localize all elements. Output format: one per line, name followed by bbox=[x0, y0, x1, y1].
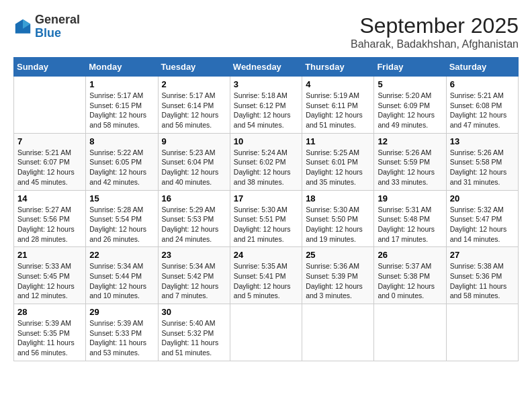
day-number: 28 bbox=[17, 307, 82, 317]
day-number: 29 bbox=[89, 307, 154, 317]
day-number: 4 bbox=[306, 79, 370, 89]
cell-content: Sunrise: 5:26 AM Sunset: 5:58 PM Dayligh… bbox=[450, 148, 515, 187]
calendar-cell: 2Sunrise: 5:17 AM Sunset: 6:14 PM Daylig… bbox=[158, 77, 230, 134]
day-number: 11 bbox=[306, 136, 370, 146]
day-number: 17 bbox=[234, 193, 298, 203]
cell-content: Sunrise: 5:34 AM Sunset: 5:42 PM Dayligh… bbox=[162, 261, 226, 301]
header-day-monday: Monday bbox=[86, 58, 158, 77]
logo-blue: Blue bbox=[35, 26, 61, 40]
calendar-cell: 29Sunrise: 5:39 AM Sunset: 5:33 PM Dayli… bbox=[86, 304, 158, 361]
day-number: 3 bbox=[234, 79, 298, 89]
month-year: September 2025 bbox=[351, 13, 519, 38]
cell-content: Sunrise: 5:35 AM Sunset: 5:41 PM Dayligh… bbox=[234, 261, 298, 301]
logo-icon bbox=[13, 17, 32, 36]
cell-content: Sunrise: 5:33 AM Sunset: 5:45 PM Dayligh… bbox=[17, 261, 82, 301]
calendar-cell: 28Sunrise: 5:39 AM Sunset: 5:35 PM Dayli… bbox=[14, 304, 86, 361]
header-day-tuesday: Tuesday bbox=[158, 58, 230, 77]
cell-content: Sunrise: 5:24 AM Sunset: 6:02 PM Dayligh… bbox=[234, 148, 298, 187]
calendar-cell: 14Sunrise: 5:27 AM Sunset: 5:56 PM Dayli… bbox=[14, 190, 86, 247]
calendar-cell: 23Sunrise: 5:34 AM Sunset: 5:42 PM Dayli… bbox=[158, 247, 230, 304]
header-day-wednesday: Wednesday bbox=[230, 58, 302, 77]
calendar-cell: 7Sunrise: 5:21 AM Sunset: 6:07 PM Daylig… bbox=[14, 133, 86, 190]
calendar-cell: 9Sunrise: 5:23 AM Sunset: 6:04 PM Daylig… bbox=[158, 133, 230, 190]
header-day-sunday: Sunday bbox=[14, 58, 86, 77]
cell-content: Sunrise: 5:29 AM Sunset: 5:53 PM Dayligh… bbox=[162, 205, 226, 244]
calendar-cell: 20Sunrise: 5:32 AM Sunset: 5:47 PM Dayli… bbox=[446, 190, 518, 247]
calendar-cell: 8Sunrise: 5:22 AM Sunset: 6:05 PM Daylig… bbox=[86, 133, 158, 190]
cell-content: Sunrise: 5:17 AM Sunset: 6:14 PM Dayligh… bbox=[162, 91, 226, 130]
day-number: 21 bbox=[17, 250, 82, 260]
calendar-week-3: 14Sunrise: 5:27 AM Sunset: 5:56 PM Dayli… bbox=[14, 190, 519, 247]
cell-content: Sunrise: 5:25 AM Sunset: 6:01 PM Dayligh… bbox=[306, 148, 370, 187]
logo-text: General Blue bbox=[35, 13, 80, 40]
calendar-week-1: 1Sunrise: 5:17 AM Sunset: 6:15 PM Daylig… bbox=[14, 77, 519, 134]
day-number: 18 bbox=[306, 193, 370, 203]
day-number: 30 bbox=[162, 307, 226, 317]
calendar-cell bbox=[230, 304, 302, 361]
day-number: 25 bbox=[306, 250, 370, 260]
calendar-cell: 15Sunrise: 5:28 AM Sunset: 5:54 PM Dayli… bbox=[86, 190, 158, 247]
page-header: General Blue September 2025 Baharak, Bad… bbox=[13, 13, 519, 50]
calendar-cell: 21Sunrise: 5:33 AM Sunset: 5:45 PM Dayli… bbox=[14, 247, 86, 304]
cell-content: Sunrise: 5:31 AM Sunset: 5:48 PM Dayligh… bbox=[378, 205, 442, 244]
calendar-cell: 22Sunrise: 5:34 AM Sunset: 5:44 PM Dayli… bbox=[86, 247, 158, 304]
header-row: SundayMondayTuesdayWednesdayThursdayFrid… bbox=[14, 58, 519, 77]
day-number: 13 bbox=[450, 136, 515, 146]
day-number: 24 bbox=[234, 250, 298, 260]
calendar-cell: 17Sunrise: 5:30 AM Sunset: 5:51 PM Dayli… bbox=[230, 190, 302, 247]
calendar-cell bbox=[302, 304, 374, 361]
calendar-week-5: 28Sunrise: 5:39 AM Sunset: 5:35 PM Dayli… bbox=[14, 304, 519, 361]
title-section: September 2025 Baharak, Badakhshan, Afgh… bbox=[351, 13, 519, 50]
day-number: 15 bbox=[89, 193, 154, 203]
calendar-cell bbox=[374, 304, 446, 361]
cell-content: Sunrise: 5:34 AM Sunset: 5:44 PM Dayligh… bbox=[89, 261, 154, 301]
day-number: 26 bbox=[378, 250, 442, 260]
logo-general: General bbox=[35, 13, 80, 26]
cell-content: Sunrise: 5:19 AM Sunset: 6:11 PM Dayligh… bbox=[306, 91, 370, 130]
header-day-saturday: Saturday bbox=[446, 58, 518, 77]
calendar-cell: 11Sunrise: 5:25 AM Sunset: 6:01 PM Dayli… bbox=[302, 133, 374, 190]
calendar-cell bbox=[446, 304, 518, 361]
cell-content: Sunrise: 5:30 AM Sunset: 5:51 PM Dayligh… bbox=[234, 205, 298, 244]
cell-content: Sunrise: 5:32 AM Sunset: 5:47 PM Dayligh… bbox=[450, 205, 515, 244]
calendar-cell: 30Sunrise: 5:40 AM Sunset: 5:32 PM Dayli… bbox=[158, 304, 230, 361]
calendar-cell: 1Sunrise: 5:17 AM Sunset: 6:15 PM Daylig… bbox=[86, 77, 158, 134]
day-number: 9 bbox=[162, 136, 226, 146]
cell-content: Sunrise: 5:39 AM Sunset: 5:33 PM Dayligh… bbox=[89, 318, 154, 358]
cell-content: Sunrise: 5:30 AM Sunset: 5:50 PM Dayligh… bbox=[306, 205, 370, 244]
cell-content: Sunrise: 5:28 AM Sunset: 5:54 PM Dayligh… bbox=[89, 205, 154, 244]
calendar-cell: 3Sunrise: 5:18 AM Sunset: 6:12 PM Daylig… bbox=[230, 77, 302, 134]
calendar-cell: 4Sunrise: 5:19 AM Sunset: 6:11 PM Daylig… bbox=[302, 77, 374, 134]
day-number: 1 bbox=[89, 79, 154, 89]
cell-content: Sunrise: 5:26 AM Sunset: 5:59 PM Dayligh… bbox=[378, 148, 442, 187]
day-number: 19 bbox=[378, 193, 442, 203]
cell-content: Sunrise: 5:37 AM Sunset: 5:38 PM Dayligh… bbox=[378, 261, 442, 301]
calendar-cell: 25Sunrise: 5:36 AM Sunset: 5:39 PM Dayli… bbox=[302, 247, 374, 304]
calendar-cell: 19Sunrise: 5:31 AM Sunset: 5:48 PM Dayli… bbox=[374, 190, 446, 247]
calendar-cell: 6Sunrise: 5:21 AM Sunset: 6:08 PM Daylig… bbox=[446, 77, 518, 134]
day-number: 16 bbox=[162, 193, 226, 203]
day-number: 14 bbox=[17, 193, 82, 203]
header-day-friday: Friday bbox=[374, 58, 446, 77]
cell-content: Sunrise: 5:23 AM Sunset: 6:04 PM Dayligh… bbox=[162, 148, 226, 187]
calendar-cell: 18Sunrise: 5:30 AM Sunset: 5:50 PM Dayli… bbox=[302, 190, 374, 247]
calendar-cell: 5Sunrise: 5:20 AM Sunset: 6:09 PM Daylig… bbox=[374, 77, 446, 134]
day-number: 5 bbox=[378, 79, 442, 89]
calendar-cell: 12Sunrise: 5:26 AM Sunset: 5:59 PM Dayli… bbox=[374, 133, 446, 190]
cell-content: Sunrise: 5:40 AM Sunset: 5:32 PM Dayligh… bbox=[162, 318, 226, 358]
day-number: 23 bbox=[162, 250, 226, 260]
day-number: 7 bbox=[17, 136, 82, 146]
calendar-cell: 16Sunrise: 5:29 AM Sunset: 5:53 PM Dayli… bbox=[158, 190, 230, 247]
calendar-cell bbox=[14, 77, 86, 134]
cell-content: Sunrise: 5:21 AM Sunset: 6:08 PM Dayligh… bbox=[450, 91, 515, 130]
cell-content: Sunrise: 5:36 AM Sunset: 5:39 PM Dayligh… bbox=[306, 261, 370, 301]
calendar-week-4: 21Sunrise: 5:33 AM Sunset: 5:45 PM Dayli… bbox=[14, 247, 519, 304]
calendar-cell: 24Sunrise: 5:35 AM Sunset: 5:41 PM Dayli… bbox=[230, 247, 302, 304]
day-number: 20 bbox=[450, 193, 515, 203]
cell-content: Sunrise: 5:22 AM Sunset: 6:05 PM Dayligh… bbox=[89, 148, 154, 187]
calendar-cell: 10Sunrise: 5:24 AM Sunset: 6:02 PM Dayli… bbox=[230, 133, 302, 190]
calendar-table: SundayMondayTuesdayWednesdayThursdayFrid… bbox=[13, 57, 519, 361]
calendar-cell: 27Sunrise: 5:38 AM Sunset: 5:36 PM Dayli… bbox=[446, 247, 518, 304]
cell-content: Sunrise: 5:17 AM Sunset: 6:15 PM Dayligh… bbox=[89, 91, 154, 130]
day-number: 12 bbox=[378, 136, 442, 146]
